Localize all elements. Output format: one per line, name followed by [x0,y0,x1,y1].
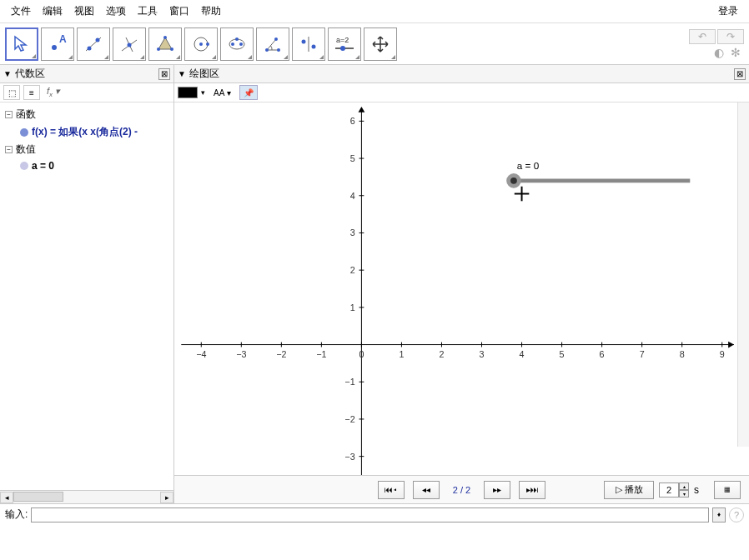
svg-text:1: 1 [350,302,355,312]
tool-move[interactable] [5,28,38,61]
speed-down[interactable]: ▾ [679,490,689,498]
svg-point-18 [265,48,269,52]
svg-text:a = 0: a = 0 [517,160,540,171]
algebra-close[interactable]: ⊠ [158,68,170,80]
svg-text:−2: −2 [344,414,354,424]
collapse-icon[interactable]: ▼ [3,69,12,78]
algebra-panel: ▼ 代数区 ⊠ ⬚ ≡ fx ▾ − 函数 f(x) = 如果(x x(角点(2… [0,65,174,503]
speed-input[interactable] [659,482,679,498]
help-icon[interactable]: ◐ [714,46,724,59]
algebra-header: ▼ 代数区 ⊠ [0,65,173,83]
redo-button[interactable]: ↷ [717,29,744,44]
tool-circle[interactable] [184,28,218,61]
menu-options[interactable]: 选项 [100,2,132,20]
sort-tool[interactable]: ⬚ [3,85,20,100]
pin-button[interactable]: 📌 [239,85,258,100]
menu-view[interactable]: 视图 [68,2,100,20]
tool-ellipse[interactable] [220,28,254,61]
tool-reflect[interactable] [292,28,325,61]
svg-text:−2: −2 [276,349,286,359]
command-input[interactable] [31,508,709,522]
menu-file[interactable]: 文件 [5,2,37,20]
input-dropdown[interactable]: ♦ [712,508,726,522]
color-picker[interactable] [178,87,198,98]
svg-text:−1: −1 [316,349,326,359]
menu-edit[interactable]: 编辑 [37,2,68,20]
graphics-close[interactable]: ⊠ [734,68,746,80]
graphics-header: ▼ 绘图区 ⊠ [174,65,749,83]
scroll-right[interactable]: ▸ [160,492,173,503]
svg-text:9: 9 [720,349,725,359]
svg-text:5: 5 [560,349,565,359]
graphics-panel: ▼ 绘图区 ⊠ ▾ AA ▾ 📌 −4−3−2−10123456789−3−2−… [174,65,749,503]
svg-point-77 [510,178,517,184]
play-button[interactable]: ▷ 播放 [604,481,654,499]
visibility-dot[interactable] [20,128,28,137]
tool-point[interactable]: A [41,28,74,61]
menu-tools[interactable]: 工具 [132,2,163,20]
scroll-thumb[interactable] [13,492,63,502]
svg-point-10 [157,48,160,51]
tool-line[interactable] [77,28,110,61]
graph-canvas[interactable]: −4−3−2−10123456789−3−2−1123456a = 0 [174,102,749,475]
font-size-btn[interactable]: AA ▾ [209,87,236,99]
toolbar: A a=2 ↶ ↷ ◐ ✻ [0,23,749,65]
gear-icon[interactable]: ✻ [731,46,741,59]
svg-text:4: 4 [350,191,355,201]
svg-point-3 [88,46,92,50]
svg-text:6: 6 [600,349,605,359]
svg-point-23 [312,44,316,48]
input-bar: 输入: ♦ ? [0,503,749,525]
algebra-hscroll[interactable]: ◂ ▸ [0,490,173,503]
svg-text:a=2: a=2 [336,36,349,44]
svg-point-19 [277,48,280,52]
tree-item-value[interactable]: a = 0 [2,158,172,173]
construction-nav: ⏮◂ ◂◂ 2 / 2 ▸▸ ▸⏭ ▷ 播放 ▴ ▾ s ▦ [174,475,749,503]
tool-polygon[interactable] [148,28,182,61]
input-help[interactable]: ? [729,508,744,522]
svg-point-4 [96,38,100,42]
svg-text:4: 4 [520,349,525,359]
collapse-toggle[interactable]: − [5,111,13,118]
nav-last[interactable]: ▸⏭ [519,481,545,499]
tool-perpendicular[interactable] [113,28,146,61]
svg-point-0 [52,45,57,50]
menu-help[interactable]: 帮助 [195,2,227,20]
menu-window[interactable]: 窗口 [163,2,195,20]
tool-translate[interactable] [364,28,397,61]
category-values[interactable]: − 数值 [2,141,172,158]
collapse-toggle[interactable]: − [5,146,13,153]
undo-button[interactable]: ↶ [689,29,716,44]
tree-item-function[interactable]: f(x) = 如果(x x(角点(2) - [2,123,172,141]
graph-vscroll[interactable] [737,102,749,447]
nav-prev[interactable]: ◂◂ [413,481,440,499]
speed-unit: s [694,484,699,496]
collapse-icon[interactable]: ▼ [178,69,186,78]
scroll-left[interactable]: ◂ [0,492,13,503]
svg-text:3: 3 [350,228,355,238]
svg-text:2: 2 [350,265,355,275]
svg-point-7 [128,42,132,47]
tool-angle[interactable] [256,28,289,61]
svg-text:A: A [59,34,67,45]
aux-tool[interactable]: ≡ [23,85,40,100]
category-functions[interactable]: − 函数 [2,106,172,123]
svg-point-13 [206,42,209,46]
graph-toolbar: ▾ AA ▾ 📌 [174,83,749,102]
speed-up[interactable]: ▴ [679,482,689,490]
input-label: 输入: [5,508,28,522]
nav-next[interactable]: ▸▸ [484,481,510,499]
svg-text:3: 3 [480,349,485,359]
visibility-dot[interactable] [20,162,28,170]
main-area: ▼ 代数区 ⊠ ⬚ ≡ fx ▾ − 函数 f(x) = 如果(x x(角点(2… [0,65,749,503]
svg-text:5: 5 [350,153,355,163]
svg-text:−3: −3 [236,349,246,359]
protocol-button[interactable]: ▦ [714,481,741,499]
nav-first[interactable]: ⏮◂ [378,481,405,499]
tool-slider[interactable]: a=2 [328,28,361,61]
fx-label[interactable]: fx ▾ [43,86,63,98]
svg-point-12 [199,42,203,46]
login-button[interactable]: 登录 [712,2,744,20]
svg-point-20 [274,38,278,41]
speed-spinner: ▴ ▾ [659,482,689,498]
